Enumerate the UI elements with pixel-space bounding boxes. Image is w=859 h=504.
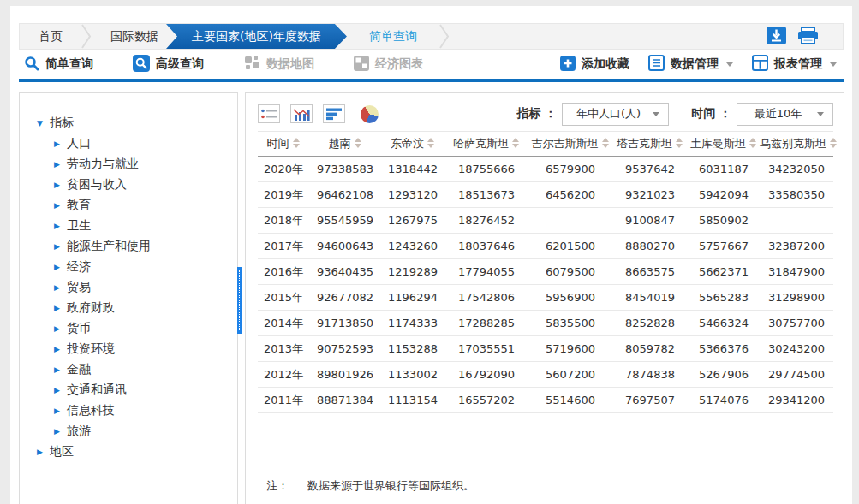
breadcrumb: 首页 国际数据 主要国家(地区)年度数据 简单查询 xyxy=(19,23,844,50)
economic-charts-label: 经济图表 xyxy=(375,56,423,72)
data-map-button: 数据地图 xyxy=(243,55,314,74)
sidebar-item[interactable]: ▶金融 xyxy=(20,359,237,379)
triangle-right-icon: ▶ xyxy=(54,175,60,195)
bar-chart-view-icon[interactable] xyxy=(290,104,313,123)
table-cell: 2012年 xyxy=(258,362,309,388)
table-cell: 2013年 xyxy=(258,336,309,362)
sidebar-item-region[interactable]: ▶地区 xyxy=(20,441,237,461)
table-cell: 93640435 xyxy=(309,259,381,285)
table-cell: 33580350 xyxy=(760,182,833,208)
sidebar-item[interactable]: ▶能源生产和使用 xyxy=(20,235,237,256)
sidebar-item[interactable]: ▶旅游 xyxy=(20,420,237,441)
sidebar-item-label: 信息科技 xyxy=(67,403,115,417)
table-cell: 17542806 xyxy=(444,285,528,311)
breadcrumb-simple-query[interactable]: 简单查询 xyxy=(347,24,439,49)
economic-charts-icon xyxy=(354,56,369,74)
column-header-label: 土库曼斯坦 xyxy=(690,137,746,150)
table-cell: 88871384 xyxy=(309,388,381,413)
column-header[interactable]: 东帝汶 xyxy=(381,132,444,157)
sidebar-item[interactable]: ▶政府财政 xyxy=(20,297,237,317)
add-favorite-label: 添加收藏 xyxy=(582,56,629,72)
economic-charts-button: 经济图表 xyxy=(354,56,423,74)
sidebar-item-label: 教育 xyxy=(67,198,91,211)
table-cell: 34232050 xyxy=(760,157,833,182)
sort-icon xyxy=(749,138,757,148)
column-header[interactable]: 土库曼斯坦 xyxy=(688,132,760,157)
sidebar-item[interactable]: ▶经济 xyxy=(20,256,237,276)
sidebar-item-label: 人口 xyxy=(67,136,91,150)
table-cell: 96462108 xyxy=(309,182,381,208)
column-header[interactable]: 哈萨克斯坦 xyxy=(444,132,528,157)
table-cell: 2014年 xyxy=(258,311,309,336)
table-cell: 5607200 xyxy=(528,362,612,388)
sidebar-item-indicators[interactable]: ▼指标 xyxy=(20,112,237,133)
horizontal-bar-view-icon[interactable] xyxy=(323,104,345,123)
column-header[interactable]: 时间 xyxy=(258,132,309,157)
toolbar-right: 添加收藏 数据管理 报表管理 xyxy=(560,55,838,74)
table-cell: 6201500 xyxy=(528,234,612,259)
sidebar-item-label: 金融 xyxy=(67,362,91,376)
table-cell: 90752593 xyxy=(309,336,381,362)
advanced-query-button[interactable]: 高级查询 xyxy=(133,55,204,74)
table-cell: 5850902 xyxy=(688,208,760,234)
triangle-right-icon: ▶ xyxy=(54,318,60,339)
data-management-label: 数据管理 xyxy=(671,56,719,72)
column-header[interactable]: 吉尔吉斯斯坦 xyxy=(528,132,612,157)
data-management-menu[interactable]: 数据管理 xyxy=(648,55,733,74)
column-header[interactable]: 乌兹别克斯坦 xyxy=(760,132,833,157)
table-row: 2020年 97338583 1318442 18755666 6579900 … xyxy=(258,157,833,182)
triangle-right-icon: ▶ xyxy=(54,298,60,318)
table-cell: 5719600 xyxy=(528,336,612,362)
table-cell: 1293120 xyxy=(381,182,444,208)
table-cell: 16557202 xyxy=(444,388,528,413)
sort-icon xyxy=(293,138,301,148)
table-cell: 17035551 xyxy=(444,336,528,362)
simple-query-button[interactable]: 简单查询 xyxy=(24,56,93,74)
sidebar-item-label: 旅游 xyxy=(67,424,91,437)
sidebar-item[interactable]: ▶货币 xyxy=(20,317,237,338)
sidebar-item[interactable]: ▶人口 xyxy=(20,133,237,153)
table-cell: 89801926 xyxy=(309,362,381,388)
triangle-right-icon: ▶ xyxy=(54,236,60,257)
column-header[interactable]: 越南 xyxy=(309,132,381,157)
sidebar-item[interactable]: ▶劳动力与就业 xyxy=(20,153,237,174)
sidebar-item[interactable]: ▶交通和通讯 xyxy=(20,379,237,400)
table-cell: 1267975 xyxy=(381,208,444,234)
report-management-menu[interactable]: 报表管理 xyxy=(752,55,837,74)
indicator-select[interactable]: 年中人口(人) xyxy=(562,103,669,126)
sidebar-item-label: 交通和通讯 xyxy=(67,382,127,396)
table-cell: 5565283 xyxy=(688,285,760,311)
pie-chart-view-icon[interactable] xyxy=(361,105,379,123)
sidebar-item-label: 劳动力与就业 xyxy=(67,157,139,170)
breadcrumb-home[interactable]: 首页 xyxy=(20,24,81,49)
table-cell: 2017年 xyxy=(258,234,309,259)
breadcrumb-active-tab[interactable]: 主要国家(地区)年度数据 xyxy=(166,24,347,49)
sidebar-item-label: 贸易 xyxy=(67,280,91,294)
column-header[interactable]: 塔吉克斯坦 xyxy=(612,132,688,157)
sort-icon xyxy=(355,138,362,148)
print-icon[interactable] xyxy=(797,27,819,47)
sidebar-item[interactable]: ▶教育 xyxy=(20,194,237,215)
report-management-label: 报表管理 xyxy=(774,56,822,72)
add-favorite-button[interactable]: 添加收藏 xyxy=(560,56,629,74)
triangle-right-icon: ▶ xyxy=(54,380,60,400)
sidebar-item[interactable]: ▶卫生 xyxy=(20,215,237,235)
sidebar-item[interactable]: ▶贫困与收入 xyxy=(20,174,237,194)
indicator-sidebar: ▼指标 ▶人口 ▶劳动力与就业 ▶贫困与收入 ▶教育 xyxy=(19,92,238,504)
time-select[interactable]: 最近10年 xyxy=(737,103,833,126)
chevron-down-icon xyxy=(817,112,824,116)
sidebar-item[interactable]: ▶贸易 xyxy=(20,276,237,297)
sidebar-item[interactable]: ▶信息科技 xyxy=(20,400,237,420)
table-cell: 5366376 xyxy=(688,336,760,362)
triangle-right-icon: ▶ xyxy=(54,195,60,216)
download-icon[interactable] xyxy=(767,27,786,47)
sidebar-region-label: 地区 xyxy=(50,444,74,458)
breadcrumb-international-data[interactable]: 国际数据 xyxy=(92,24,177,49)
table-cell: 17794055 xyxy=(444,259,528,285)
sidebar-item[interactable]: ▶投资环境 xyxy=(20,338,237,359)
table-row: 2016年 93640435 1219289 17794055 6079500 … xyxy=(258,259,833,285)
triangle-right-icon: ▶ xyxy=(54,257,60,277)
list-view-icon[interactable] xyxy=(258,104,280,123)
pane-splitter-handle[interactable] xyxy=(237,267,242,334)
filters: 指标 ： 年中人口(人) 时间 ： 最近10年 xyxy=(516,103,833,126)
